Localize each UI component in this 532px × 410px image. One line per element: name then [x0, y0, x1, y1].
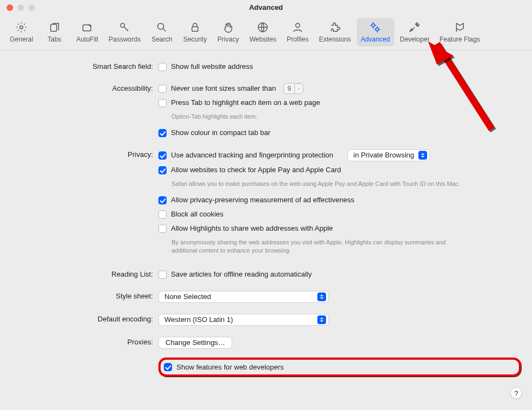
help-label: ?: [514, 389, 518, 397]
help-button[interactable]: ?: [510, 387, 522, 399]
section-proxies: Proxies:: [11, 337, 153, 349]
svg-point-0: [20, 26, 23, 29]
tab-passwords[interactable]: Passwords: [104, 18, 145, 46]
svg-rect-5: [192, 27, 198, 31]
key-icon: [119, 20, 131, 34]
checkbox-label: Save articles for offline reading automa…: [171, 269, 312, 280]
checkbox-show-full-address[interactable]: [158, 63, 167, 71]
default-encoding-select[interactable]: Western (ISO Latin 1): [158, 314, 329, 326]
puzzle-icon: [329, 20, 341, 34]
annotation-highlight: Show features for web developers: [158, 358, 521, 377]
checkbox-block-cookies[interactable]: [158, 210, 167, 219]
svg-point-8: [372, 24, 375, 27]
tab-extensions[interactable]: Extensions: [315, 18, 356, 46]
section-privacy: Privacy:: [11, 149, 153, 258]
section-smart-search: Smart Search field:: [11, 61, 153, 72]
tab-label: Feature Flags: [440, 36, 480, 43]
style-sheet-select[interactable]: None Selected: [158, 291, 329, 303]
tab-search[interactable]: Search: [146, 18, 178, 46]
hint-option-tab: Option-Tab highlights each item.: [172, 113, 466, 121]
checkbox-label: Show features for web developers: [176, 363, 284, 371]
advanced-settings: Smart Search field: Show full website ad…: [0, 50, 532, 389]
tab-general[interactable]: General: [5, 18, 38, 46]
tab-tabs[interactable]: Tabs: [39, 18, 70, 46]
tracking-scope-select[interactable]: in Private Browsing: [347, 149, 430, 161]
checkbox-web-developer-features[interactable]: [164, 363, 172, 371]
preferences-toolbar: General Tabs AutoFill Passwords Search S…: [0, 15, 532, 50]
gears-icon: [369, 20, 381, 34]
checkbox-tracking-protection[interactable]: [158, 151, 167, 160]
tab-security[interactable]: Security: [179, 18, 211, 46]
hint-apple-pay: Safari allows you to make purchases on t…: [172, 180, 466, 188]
checkbox-label: Use advanced tracking and fingerprinting…: [171, 150, 333, 161]
checkbox-min-font-size[interactable]: [158, 85, 167, 93]
tab-label: General: [10, 36, 33, 43]
tab-label: Websites: [250, 36, 276, 43]
tab-label: Privacy: [217, 36, 239, 43]
checkbox-label: Allow privacy-preserving measurement of …: [171, 195, 354, 206]
checkbox-label: Press Tab to highlight each item on a we…: [171, 97, 320, 108]
checkbox-ad-measurement[interactable]: [158, 196, 167, 204]
tab-label: AutoFill: [76, 36, 98, 43]
tab-label: Developer: [400, 36, 430, 43]
checkbox-label: Allow Highlights to share web addresses …: [171, 223, 333, 234]
tab-label: Security: [183, 36, 206, 43]
change-proxy-settings-button[interactable]: Change Settings…: [158, 337, 232, 349]
select-value: None Selected: [164, 291, 211, 302]
section-accessibility: Accessibility:: [11, 83, 153, 138]
checkbox-label: Allow websites to check for Apple Pay an…: [171, 165, 341, 175]
tab-autofill[interactable]: AutoFill: [72, 18, 103, 46]
svg-point-4: [158, 24, 164, 30]
updown-arrows-icon: [317, 315, 326, 324]
checkbox-compact-tab-colour[interactable]: [158, 129, 167, 137]
tab-privacy[interactable]: Privacy: [212, 18, 244, 46]
section-style-sheet: Style sheet:: [11, 291, 153, 303]
tab-profiles[interactable]: Profiles: [282, 18, 314, 46]
tabs-icon: [49, 20, 61, 34]
tab-developer[interactable]: Developer: [395, 18, 434, 46]
checkbox-label: Never use font sizes smaller than: [171, 83, 276, 94]
tab-label: Tabs: [48, 36, 61, 43]
checkbox-save-offline[interactable]: [158, 271, 167, 279]
checkbox-label: Block all cookies: [171, 209, 223, 220]
section-default-encoding: Default encoding:: [11, 314, 153, 326]
min-font-size-stepper[interactable]: 9 ˄˅: [283, 83, 303, 94]
chevron-down-icon: ˅: [295, 89, 303, 94]
button-label: Change Settings…: [165, 337, 225, 348]
svg-rect-1: [50, 25, 56, 32]
checkbox-label: Show colour in compact tab bar: [171, 127, 270, 138]
tab-label: Passwords: [109, 36, 141, 43]
checkbox-label: Show full website address: [171, 61, 253, 72]
stepper-value: 9: [284, 83, 294, 94]
checkbox-highlights-share[interactable]: [158, 225, 167, 233]
tab-label: Advanced: [361, 36, 390, 43]
select-value: Western (ISO Latin 1): [164, 314, 233, 325]
updown-arrows-icon: [418, 151, 427, 160]
tab-websites[interactable]: Websites: [245, 18, 281, 46]
section-reading-list: Reading List:: [11, 269, 153, 280]
hand-icon: [222, 20, 234, 34]
tools-icon: [409, 20, 421, 34]
tab-label: Profiles: [287, 36, 309, 43]
globe-icon: [257, 20, 269, 34]
person-icon: [292, 20, 304, 34]
titlebar: Advanced: [0, 0, 532, 15]
lock-icon: [189, 20, 201, 34]
tab-label: Extensions: [319, 36, 351, 43]
svg-point-7: [295, 24, 299, 27]
gear-icon: [15, 20, 27, 34]
checkbox-apple-pay[interactable]: [158, 166, 167, 174]
search-icon: [156, 20, 168, 34]
updown-arrows-icon: [317, 292, 326, 301]
pencil-icon: [81, 20, 93, 34]
tab-label: Search: [151, 36, 172, 43]
checkbox-press-tab[interactable]: [158, 99, 167, 107]
tab-advanced[interactable]: Advanced: [357, 18, 394, 46]
svg-point-3: [121, 24, 125, 27]
tab-feature-flags[interactable]: Feature Flags: [435, 18, 484, 46]
select-value: in Private Browsing: [353, 150, 414, 161]
flag-icon: [454, 20, 466, 34]
svg-point-9: [376, 28, 379, 31]
window-title: Advanced: [0, 3, 532, 11]
hint-highlights: By anonymously sharing the web addresses…: [172, 238, 466, 255]
